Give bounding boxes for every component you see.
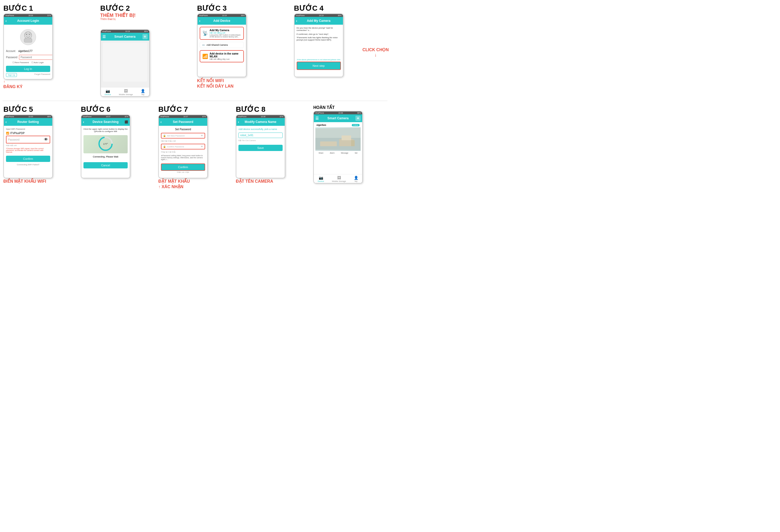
- step4-down-arrow: ↓: [362, 52, 389, 58]
- step5-back-icon[interactable]: ‹: [5, 120, 7, 124]
- step4-text1: Do you hear the device prompt "wait for …: [297, 27, 341, 32]
- next-step-button[interactable]: Next step: [297, 62, 341, 70]
- login-button[interactable]: Log In: [6, 66, 50, 72]
- login-links: Sign Up Forget Password: [6, 73, 50, 77]
- alarm-btn[interactable]: Alarm: [330, 152, 334, 154]
- step6-bg-image: 177°: [84, 135, 128, 153]
- signup-button[interactable]: Sign Up: [6, 73, 17, 77]
- step7-status: VinaPhone 10:37 87%: [159, 115, 207, 118]
- step2-header: ☰ Smart Camera +: [101, 33, 149, 41]
- step7-back-icon[interactable]: ‹: [160, 120, 162, 124]
- step1-carrier: VinaPhone: [5, 14, 14, 16]
- step5-eye-icon[interactable]: 👁: [44, 137, 48, 142]
- step9-time: 10:38: [338, 112, 343, 114]
- step8-status: VinaPhone 10:38 87%: [236, 115, 285, 118]
- step1-annotation: ĐĂNG KÝ: [3, 84, 22, 89]
- step8-battery: 87%: [280, 116, 283, 117]
- step3-title: BƯỚC 3: [197, 4, 227, 12]
- step1-arrow: ↑: [3, 79, 5, 84]
- add-my-camera-option[interactable]: 📡 Add My Camera Kết nối bằng wifi Long p…: [200, 27, 244, 40]
- step2-add-icon[interactable]: +: [143, 34, 148, 39]
- tab-my[interactable]: 👤 My: [141, 89, 145, 96]
- tab-device[interactable]: 📷 Device: [105, 89, 111, 96]
- row-2: BƯỚC 5 VinaPhone 10:20 89% ‹ Router Sett…: [0, 101, 390, 193]
- step9-screen-title: Smart Camera: [327, 116, 348, 120]
- forget-password-link[interactable]: Forget Password: [35, 73, 50, 77]
- step6-cancel-button[interactable]: Cancel: [84, 162, 128, 168]
- step5-password-placeholder: Password: [8, 138, 19, 141]
- step9-menu-icon[interactable]: ☰: [315, 116, 319, 120]
- step-8: BƯỚC 8 VinaPhone 10:38 87% ‹ Modify Came…: [234, 104, 311, 191]
- step7-confirm-button[interactable]: Confirm: [161, 163, 205, 171]
- svg-point-5: [29, 34, 30, 35]
- step2-menu-icon[interactable]: ☰: [102, 35, 106, 39]
- step5-wifi-item: 📶 ITVPlusPDP: [6, 132, 50, 135]
- step2-screen-title: Smart Camera: [114, 35, 136, 39]
- step3-carrier: VinaPhone: [199, 14, 208, 16]
- step1-title: BƯỚC 1: [3, 4, 33, 12]
- password-input[interactable]: [19, 55, 53, 60]
- add-shared-camera-main: Add Shared Camera: [206, 44, 228, 46]
- add-shared-camera-option[interactable]: ⌨️ Add Shared Camera: [200, 42, 244, 48]
- step2-content-area: [103, 43, 147, 82]
- step7-field1-placeholder: Set New Password: [167, 135, 201, 137]
- add-my-camera-desc: Long press SET button in bottom/back of …: [209, 34, 241, 38]
- step5-screen-title: Router Setting: [17, 120, 39, 124]
- step8-back-icon[interactable]: ‹: [238, 120, 239, 124]
- step9-camera-svg: [315, 127, 360, 151]
- step9-camera-preview[interactable]: [315, 127, 360, 151]
- account-input[interactable]: [17, 49, 52, 53]
- device-tab-icon: 📷: [106, 89, 110, 93]
- step1-phone: VinaPhone 16:26 57% ‹ Account Login: [3, 13, 53, 79]
- tab-mobile-storage[interactable]: 🖼 Mobile Storage: [119, 89, 133, 96]
- auto-login-check[interactable]: ☐ Auto Login: [32, 61, 44, 64]
- my-tab-icon: 👤: [141, 89, 145, 93]
- step4-back-icon[interactable]: ‹: [296, 19, 297, 23]
- step2-battery: 89%: [144, 31, 148, 32]
- step1-back-icon[interactable]: ‹: [5, 19, 7, 23]
- step9-tab-mobile-storage[interactable]: 🖼 Mobile Storage: [332, 176, 346, 182]
- share-btn[interactable]: Share: [319, 152, 324, 154]
- step4-link[interactable]: If the above phenomenon is not observed,…: [297, 59, 341, 61]
- step9-tab-my[interactable]: 👤 My: [354, 176, 358, 182]
- add-device-wlan-option[interactable]: 📶 Add device in the same WLAN Kết nối bằ…: [200, 50, 244, 62]
- step7-eye2-icon[interactable]: 👁: [201, 145, 203, 148]
- step7-new-password-field[interactable]: 🔒 Set New Password 👁: [161, 133, 205, 139]
- login-options: ☐ Rem Password ☐ Auto Login: [6, 61, 50, 64]
- step1-status: VinaPhone 16:26 57%: [4, 14, 52, 17]
- step8-camera-name-sub: Đặt Tên Cho Camera: [238, 140, 283, 142]
- step-9: HOÀN TẤT VinaPhone 10:38 86% ☰ Smart Cam…: [311, 104, 389, 191]
- step9-my-tab-icon: 👤: [354, 176, 358, 180]
- step6-progress-text: 177°: [103, 143, 108, 145]
- step7-eye1-icon[interactable]: 👁: [201, 135, 203, 137]
- step2-annotation: THÊM THIẾT BỊ!: [100, 13, 136, 18]
- step7-confirm-password-field[interactable]: 🔒 Confirm Password 👁: [161, 144, 205, 150]
- step5-confirm-button[interactable]: Confirm: [6, 156, 50, 162]
- add-my-camera-main: Add My Camera: [209, 29, 241, 32]
- message-btn[interactable]: Message: [341, 152, 348, 154]
- add-my-camera-sub: Kết nối bằng wifi: [209, 32, 241, 34]
- wlan-sub: Kết nối bằng dây Lan: [209, 58, 241, 60]
- svg-point-4: [26, 34, 27, 35]
- rem-password-check[interactable]: ☐ Rem Password: [12, 61, 29, 64]
- step3-back-icon[interactable]: ‹: [199, 19, 200, 23]
- step3-time: 10:19: [222, 14, 227, 16]
- step6-back-icon[interactable]: ‹: [83, 120, 84, 124]
- step8-save-button[interactable]: Save: [238, 145, 283, 151]
- step7-time: 10:37: [183, 116, 188, 117]
- step5-pass-sub: Mật khẩu wifi: [6, 145, 50, 147]
- step2-time: 10:19: [125, 31, 130, 32]
- step4-phone: VinaPhone 10:19 89% ‹ Add My Camera Do y…: [294, 13, 343, 77]
- camera-name-input[interactable]: [238, 132, 283, 138]
- step1-header: ‹ Account Login: [4, 17, 52, 25]
- step8-add-success: Add device successfully, pick a name: [238, 128, 283, 130]
- step7-warning: ※Password setting failed, long press res…: [161, 155, 205, 160]
- step6-qr-icon[interactable]: ⬛: [125, 120, 128, 124]
- step6-body: Click the upper right corner button to d…: [81, 126, 130, 178]
- step7-field1-sub: Đặt Mật Khẩu mới: [161, 140, 205, 142]
- step-3: BƯỚC 3 VinaPhone 10:19 89% ‹ Add Device …: [195, 3, 292, 98]
- step4-screen-title: Add My Camera: [307, 19, 331, 22]
- set-btn[interactable]: Set: [355, 152, 357, 154]
- step9-add-icon[interactable]: +: [355, 116, 360, 121]
- step9-tab-device[interactable]: 📷 Device: [318, 176, 324, 182]
